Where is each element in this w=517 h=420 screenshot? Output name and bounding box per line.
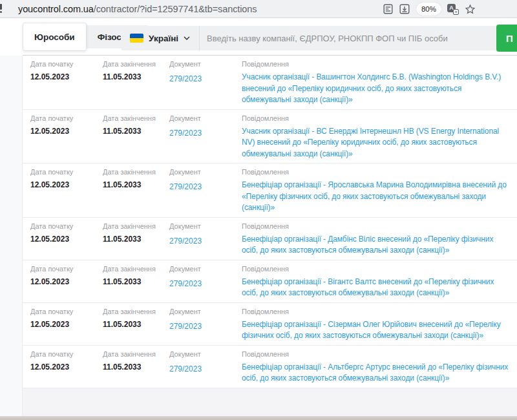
start-date-value: 12.05.2023	[30, 277, 103, 299]
sanction-message-link[interactable]: Бенефіціар організації - Альтбергс Артур…	[242, 362, 513, 384]
url-path: /contractor/?id=12597741&tb=sanctions	[94, 4, 257, 14]
column-header-document: Документ	[169, 308, 242, 320]
chevron-down-icon	[184, 36, 190, 40]
sanction-message-link[interactable]: Бенефіціар організації - Вігантс Валтс в…	[242, 277, 513, 299]
page-content: Дата початку Дата закінчення Документ По…	[0, 56, 517, 420]
column-header-document: Документ	[169, 222, 242, 235]
country-selector[interactable]: Україні	[121, 34, 199, 43]
sanctions-list: Дата початку Дата закінчення Документ По…	[23, 56, 517, 420]
column-header-document: Документ	[169, 350, 242, 362]
column-header-end-date: Дата закінчення	[103, 114, 169, 127]
sanction-message-link[interactable]: Бенефіціар організації - Ярославська Мар…	[242, 180, 513, 214]
column-header-message: Повідомлення	[242, 222, 513, 235]
country-label: Україні	[149, 34, 178, 43]
start-date-value: 12.05.2023	[30, 127, 103, 160]
sanction-record: Дата початку Дата закінчення Документ По…	[23, 163, 517, 218]
search-bar: Україні Введіть назву компанії, ЄДРПОУ, …	[121, 26, 517, 50]
sanction-message-link[interactable]: Бенефіціар організації - Дамбінс Віліс в…	[242, 234, 513, 257]
sanction-record: Дата початку Дата закінчення Документ По…	[23, 303, 517, 346]
start-date-value: 12.05.2023	[30, 72, 103, 106]
end-date-value: 11.05.2033	[103, 320, 169, 342]
tab-legal-entities[interactable]: Юрособи	[23, 23, 87, 51]
column-header-document: Документ	[169, 168, 242, 180]
document-link[interactable]: 279/2023	[169, 182, 202, 191]
page-info-icon[interactable]	[0, 4, 3, 14]
sanction-record: Дата початку Дата закінчення Документ По…	[23, 260, 517, 303]
document-link[interactable]: 279/2023	[169, 279, 202, 288]
column-header-message: Повідомлення	[242, 350, 513, 362]
end-date-value: 11.05.2033	[103, 362, 169, 384]
site-search-header: Юрособи Фізособи Україні Введіть назву к…	[0, 18, 517, 56]
document-link[interactable]: 279/2023	[169, 129, 202, 138]
url-domain: youcontrol.com.ua	[18, 4, 94, 14]
column-header-start-date: Дата початку	[30, 168, 103, 180]
column-header-start-date: Дата початку	[30, 308, 103, 320]
column-header-document: Документ	[169, 265, 242, 277]
end-date-value: 11.05.2033	[103, 127, 169, 160]
start-date-value: 12.05.2023	[30, 362, 103, 384]
column-header-start-date: Дата початку	[30, 114, 103, 127]
column-header-document: Документ	[169, 114, 242, 127]
column-header-end-date: Дата закінчення	[103, 308, 169, 320]
browser-address-bar: youcontrol.com.ua/contractor/?id=1259774…	[0, 0, 517, 18]
window-bottom-edge	[0, 416, 517, 420]
sanction-record: Дата початку Дата закінчення Документ По…	[23, 218, 517, 260]
start-date-value: 12.05.2023	[30, 180, 103, 214]
column-header-start-date: Дата початку	[30, 350, 103, 362]
column-header-message: Повідомлення	[242, 114, 513, 127]
end-date-value: 11.05.2033	[103, 277, 169, 299]
column-header-start-date: Дата початку	[30, 60, 103, 72]
search-input[interactable]: Введіть назву компанії, ЄДРПОУ, РНОКПП Ф…	[200, 34, 497, 43]
column-header-message: Повідомлення	[242, 265, 513, 277]
bookmark-star-icon[interactable]	[465, 4, 476, 15]
download-icon[interactable]	[399, 4, 410, 15]
column-header-start-date: Дата початку	[30, 265, 103, 277]
sanction-record: Дата початку Дата закінчення Документ По…	[23, 56, 517, 110]
sanction-message-link[interactable]: Учасник організації - ВС Енерджі Інтерне…	[242, 126, 513, 160]
column-header-start-date: Дата початку	[30, 222, 103, 235]
url-text[interactable]: youcontrol.com.ua/contractor/?id=1259774…	[18, 4, 257, 14]
end-date-value: 11.05.2033	[103, 235, 169, 257]
search-button[interactable]: П	[496, 25, 517, 52]
start-date-value: 12.05.2023	[30, 235, 103, 257]
column-header-end-date: Дата закінчення	[103, 60, 169, 72]
document-link[interactable]: 279/2023	[169, 74, 202, 83]
column-header-end-date: Дата закінчення	[103, 350, 169, 362]
reader-mode-icon[interactable]	[383, 4, 394, 15]
document-link[interactable]: 279/2023	[169, 236, 202, 246]
translate-icon[interactable]: A я	[447, 4, 459, 15]
document-link[interactable]: 279/2023	[169, 322, 202, 331]
column-header-document: Документ	[169, 60, 242, 72]
column-header-message: Повідомлення	[242, 168, 513, 180]
document-link[interactable]: 279/2023	[169, 364, 202, 373]
sanction-message-link[interactable]: Учасник організації - Вашингтон Холдингс…	[242, 72, 513, 106]
end-date-value: 11.05.2033	[103, 180, 169, 214]
sanction-record: Дата початку Дата закінчення Документ По…	[23, 110, 517, 164]
column-header-end-date: Дата закінчення	[103, 265, 169, 277]
left-gutter	[0, 56, 23, 420]
column-header-message: Повідомлення	[242, 60, 513, 72]
zoom-level-badge[interactable]: 80%	[416, 3, 441, 16]
column-header-end-date: Дата закінчення	[103, 168, 169, 180]
below-list-area	[23, 388, 517, 420]
sanction-record: Дата початку Дата закінчення Документ По…	[23, 346, 517, 388]
ukraine-flag-icon	[130, 34, 143, 43]
end-date-value: 11.05.2033	[103, 72, 169, 106]
sanction-message-link[interactable]: Бенефіціар організації - Сізерман Олег Ю…	[242, 319, 513, 342]
column-header-message: Повідомлення	[242, 308, 513, 320]
column-header-end-date: Дата закінчення	[103, 222, 169, 235]
start-date-value: 12.05.2023	[30, 320, 103, 342]
